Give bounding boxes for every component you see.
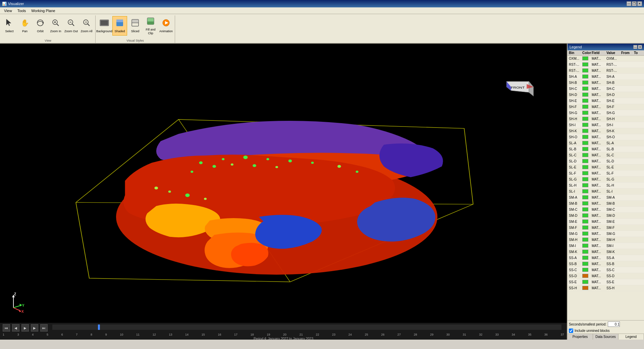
legend-value: SH-D <box>606 93 621 97</box>
select-icon <box>5 18 14 29</box>
legend-row: SH-O MAT... SH-O <box>568 134 644 140</box>
legend-bin: SH-H <box>568 117 582 121</box>
legend-color-cell <box>582 195 591 200</box>
title-bar-left: 📊 Visualizer <box>2 2 24 6</box>
legend-color-cell <box>582 280 591 285</box>
svg-point-35 <box>212 165 216 168</box>
legend-field: MAT... <box>591 190 606 193</box>
legend-color-cell <box>582 153 591 158</box>
tab-properties[interactable]: Properties <box>568 334 593 340</box>
legend-value: SH-A <box>606 75 621 79</box>
legend-bin: SS-E <box>568 280 582 284</box>
include-unmined-checkbox[interactable] <box>569 329 573 333</box>
legend-value: SH-H <box>606 117 621 121</box>
legend-value: SL-D <box>606 159 621 163</box>
play-button[interactable]: ▶ <box>21 324 29 332</box>
legend-row: SH-G MAT... SH-G <box>568 110 644 116</box>
legend-row: SH-K MAT... SH-K <box>568 128 644 134</box>
legend-color-cell <box>582 207 591 212</box>
legend-color-cell <box>582 244 591 248</box>
legend-color-cell <box>582 56 591 61</box>
menu-working-plane[interactable]: Working Plane <box>29 8 58 13</box>
legend-color-cell <box>582 219 591 224</box>
legend-field: MAT... <box>591 159 606 163</box>
legend-close[interactable]: ✕ <box>638 45 642 49</box>
legend-row: SL-A MAT... SL-A <box>568 140 644 146</box>
legend-minimize[interactable]: — <box>633 45 637 49</box>
viewport[interactable]: FRONT Z Y X <box>0 44 567 340</box>
seconds-label: Seconds/smallest period: <box>569 322 606 326</box>
seconds-input[interactable] <box>608 321 620 327</box>
legend-tabs: Properties Data Sources Legend <box>568 334 644 340</box>
legend-row: SM-D MAT... SM-D <box>568 213 644 219</box>
skip-forward-button[interactable]: ⏭ <box>40 324 48 332</box>
legend-row: SL-H MAT... SL-H <box>568 183 644 189</box>
menu-view[interactable]: View <box>1 8 15 13</box>
restore-button[interactable]: ❐ <box>632 1 637 6</box>
legend-bin: SM-E <box>568 220 582 223</box>
fill-clip-icon <box>146 17 155 27</box>
timeline-labels: 1 3 4 5 6 7 8 9 10 11 12 13 14 15 16 17 … <box>0 333 567 337</box>
legend-row: SL-I MAT... SL-I <box>568 189 644 195</box>
legend-header-controls[interactable]: — ✕ <box>633 45 642 49</box>
legend-row: OXM... MAT... OXM... <box>568 56 644 62</box>
legend-value: SM-G <box>606 232 621 236</box>
legend-row: SL-D MAT... SL-D <box>568 158 644 164</box>
legend-color-cell <box>582 232 591 236</box>
axes-indicator: Z Y X <box>7 293 27 313</box>
background-button[interactable]: Background <box>97 16 112 36</box>
menu-tools[interactable]: Tools <box>15 8 29 13</box>
legend-table[interactable]: Bin Color Field Value From To OXM... MAT… <box>568 50 644 320</box>
legend-field: MAT... <box>591 171 606 175</box>
legend-value: SH-O <box>606 135 621 139</box>
legend-row: SM-C MAT... SM-C <box>568 207 644 213</box>
legend-color-cell <box>582 74 591 79</box>
select-button[interactable]: Select <box>2 16 17 36</box>
legend-value: SS-D <box>606 274 621 278</box>
skip-back-button[interactable]: ⏮ <box>3 324 10 332</box>
tab-legend[interactable]: Legend <box>619 334 644 340</box>
legend-row: SH-H MAT... SH-H <box>568 116 644 122</box>
timeline-track[interactable] <box>52 325 561 330</box>
sliced-button[interactable]: Sliced <box>128 16 143 36</box>
legend-value: SH-K <box>606 129 621 133</box>
view-group-label: View <box>45 39 51 43</box>
legend-bin: SM-F <box>568 226 582 230</box>
legend-bin: SL-C <box>568 153 582 157</box>
legend-bin: SH-K <box>568 129 582 133</box>
orbit-label: Orbit <box>37 30 44 33</box>
zoom-in-button[interactable]: Zoom In <box>48 16 63 36</box>
animation-icon <box>162 18 170 29</box>
legend-bin: SL-B <box>568 147 582 151</box>
shaded-label: Shaded <box>114 30 125 33</box>
title-bar-controls[interactable]: — ❐ ✕ <box>627 1 642 6</box>
legend-title: Legend <box>570 45 582 49</box>
legend-bin: SS-B <box>568 262 582 266</box>
legend-field: MAT... <box>591 93 606 97</box>
fill-clip-button[interactable]: Fill and Clip <box>143 16 158 36</box>
play-back-button[interactable]: ◀ <box>12 324 19 332</box>
orbit-button[interactable]: Orbit <box>33 16 48 36</box>
shaded-button[interactable]: Shaded <box>112 16 127 36</box>
select-label: Select <box>5 30 13 33</box>
legend-color-cell <box>582 238 591 242</box>
zoom-all-button[interactable]: ⊡ Zoom All <box>79 16 94 36</box>
legend-row: SM-F MAT... SM-F <box>568 225 644 231</box>
close-button[interactable]: ✕ <box>637 1 642 6</box>
legend-bin: SM-H <box>568 238 582 242</box>
pan-icon: ✋ <box>20 18 29 29</box>
legend-bin: SL-A <box>568 141 582 145</box>
animation-button[interactable]: Animation <box>159 16 173 36</box>
tab-data-sources[interactable]: Data Sources <box>593 334 619 340</box>
pan-button[interactable]: ✋ Pan <box>17 16 32 36</box>
sliced-icon <box>131 18 140 29</box>
animation-label: Animation <box>159 30 173 33</box>
zoom-out-button[interactable]: Zoom Out <box>64 16 78 36</box>
play-forward-button[interactable]: ▶ <box>31 324 38 332</box>
legend-bin: SM-I <box>568 244 582 248</box>
legend-value: SL-H <box>606 184 621 187</box>
legend-field: MAT... <box>591 153 606 157</box>
legend-row: SH-F MAT... SH-F <box>568 104 644 110</box>
svg-point-34 <box>311 162 314 164</box>
minimize-button[interactable]: — <box>627 1 631 6</box>
